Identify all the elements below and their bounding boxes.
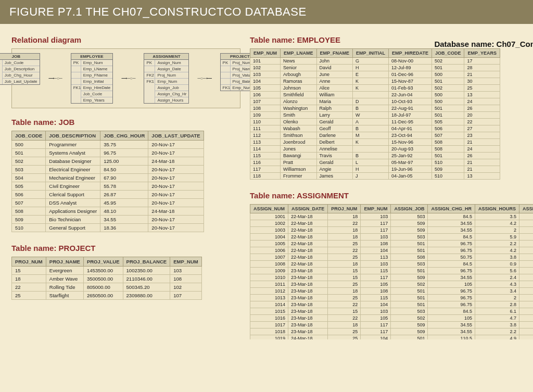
table-cell: 2.4: [475, 274, 519, 281]
table-cell: 110: [250, 119, 281, 125]
table-cell: 25: [328, 295, 361, 301]
table-cell: 55.78: [100, 182, 148, 191]
column-header: ASSIGN_CHG_HR: [428, 205, 475, 213]
table-row: 118FrommerJamesJ04-Jan-0551013: [250, 173, 500, 180]
table-cell: 103: [361, 308, 391, 315]
table-row: 505Civil Engineer55.7820-Nov-17: [12, 182, 204, 191]
table-cell: 102: [170, 283, 202, 292]
table-cell: 23-Mar-18: [288, 288, 328, 295]
table-cell: 115: [361, 268, 391, 274]
table-cell: 1014: [250, 301, 288, 308]
table-cell: 22: [12, 283, 46, 292]
table-cell: 24: [464, 98, 500, 105]
table-project-block: Table name: PROJECT PROJ_NUMPROJ_NAMEPRO…: [11, 244, 240, 300]
table-row: 22Rolling Tide805000.00500345.20102: [12, 283, 202, 292]
table-row: 18Amber Wave3500500.002110346.00108: [12, 275, 202, 283]
table-cell: Washington: [281, 105, 317, 112]
table-cell: 1011: [250, 281, 288, 288]
table-cell: 505: [12, 182, 46, 191]
table-cell: 24-Mar-18: [148, 207, 204, 216]
table-cell: 510: [432, 159, 464, 166]
table-cell: 22-Jun-04: [389, 92, 432, 98]
table-row: 15Evergreen1453500.001002350.00103: [12, 267, 202, 275]
table-cell: 104: [361, 335, 391, 340]
table-row: 103ArboughJuneE01-Dec-9650021: [250, 71, 500, 78]
table-cell: 35.75: [100, 141, 148, 149]
table-cell: 502: [432, 85, 464, 92]
table-cell: 96.75: [428, 241, 475, 247]
table-cell: 45.95: [100, 199, 148, 207]
table-cell: 96.75: [428, 301, 475, 308]
table-cell: 4.2: [475, 220, 519, 227]
table-cell: D: [353, 98, 389, 105]
figure-banner: FIGURE P7.1 THE CH07_CONSTRUCTCO DATABAS…: [0, 0, 533, 24]
table-cell: Bawangi: [281, 153, 317, 159]
table-cell: Darlene: [316, 132, 353, 139]
table-cell: 22: [328, 220, 361, 227]
table-cell: 125.00: [100, 157, 148, 166]
table-cell: 2.2: [475, 328, 519, 335]
table-cell: 3.4: [475, 288, 519, 295]
table-cell: Ralph: [316, 105, 353, 112]
table-cell: 4.2: [475, 247, 519, 254]
table-cell: 34.55: [428, 328, 475, 335]
column-header: EMP_FNAME: [316, 49, 353, 58]
table-row: 105JohnsonAliceK01-Feb-9350225: [250, 85, 500, 92]
table-cell: 24: [464, 146, 500, 153]
table-cell: 4.9: [475, 335, 519, 340]
table-cell: 193.5: [519, 295, 533, 301]
table-cell: 23-Mar-18: [288, 268, 328, 274]
table-cell: 502: [12, 157, 46, 166]
table-cell: 101: [250, 58, 281, 65]
table-cell: 28: [464, 65, 500, 71]
table-cell: 500: [432, 92, 464, 98]
table-row: 100923-Mar-181511550196.755.6541.8: [250, 268, 534, 274]
table-cell: 1010: [250, 274, 288, 281]
table-cell: Johnson: [281, 85, 317, 92]
table-cell: 117: [361, 328, 391, 335]
table-cell: 501: [432, 78, 464, 85]
table-row: 117WilliamsonAngieH19-Jun-9650921: [250, 166, 500, 173]
table-cell: 23-Mar-18: [288, 328, 328, 335]
table-cell: K: [353, 85, 389, 92]
table-cell: 67.90: [100, 174, 148, 182]
table-cell: 25: [328, 328, 361, 335]
table-cell: 506: [12, 191, 46, 199]
table-cell: 498.55: [519, 234, 533, 241]
table-cell: 04-Apr-91: [389, 125, 432, 132]
table-cell: 114: [250, 146, 281, 153]
table-row: 101823-Mar-182511750934.552.276.01: [250, 328, 534, 335]
table-cell: 82.92: [519, 274, 533, 281]
table-cell: 2309880.00: [123, 292, 170, 300]
table-cell: 23-Mar-18: [288, 281, 328, 288]
table-cell: 25: [328, 241, 361, 247]
table-employee: EMP_NUMEMP_LNAMEEMP_FNAMEEMP_INITIALEMP_…: [250, 48, 500, 180]
table-cell: 24-Mar-18: [288, 335, 328, 340]
table-cell: M: [353, 132, 389, 139]
table-cell: 509: [391, 227, 428, 234]
table-cell: 1007: [250, 254, 288, 261]
table-cell: 503: [391, 213, 428, 220]
table-cell: 107: [250, 98, 281, 105]
table-cell: 20-Nov-17: [148, 216, 204, 224]
table-cell: Smithfield: [281, 92, 317, 98]
table-cell: 18.36: [100, 224, 148, 232]
column-header: PROJ_NUM: [328, 205, 361, 213]
table-cell: Joenbrood: [281, 139, 317, 146]
table-cell: Anne: [316, 78, 353, 85]
table-cell: 507: [12, 199, 46, 207]
table-cell: 509: [12, 216, 46, 224]
table-cell: 109: [250, 112, 281, 119]
table-cell: 105: [250, 85, 281, 92]
table-cell: 106: [250, 92, 281, 98]
table-cell: Gerald: [316, 119, 353, 125]
table-cell: 451.5: [519, 281, 533, 288]
table-cell: 23-Oct-94: [389, 132, 432, 139]
table-cell: 501: [391, 295, 428, 301]
column-header: EMP_NUM: [170, 257, 202, 267]
table-cell: 509: [391, 328, 428, 335]
column-header: EMP_NUM: [250, 49, 281, 58]
table-cell: 20-Nov-17: [148, 141, 204, 149]
table-row: 107AlonzoMariaD10-Oct-9350024: [250, 98, 500, 105]
table-cell: Bio Technician: [46, 216, 100, 224]
